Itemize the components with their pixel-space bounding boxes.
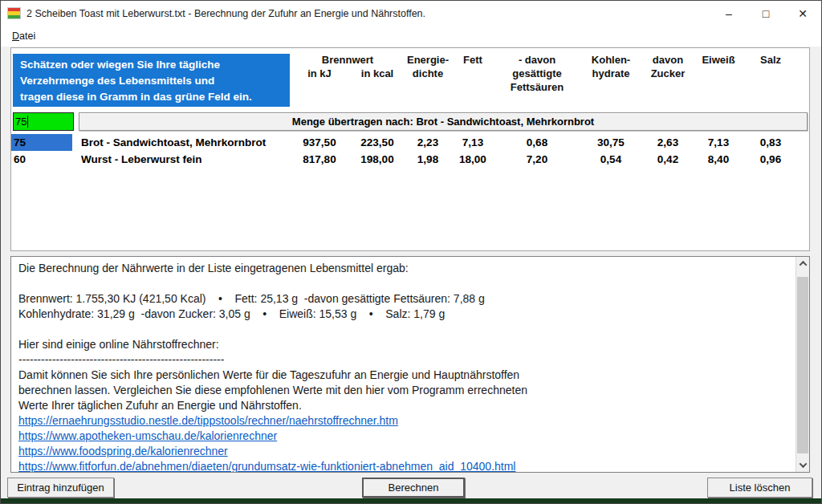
menu-bar: Datei <box>1 26 821 47</box>
text-caret <box>27 116 28 128</box>
header-fett: Fett <box>450 51 495 107</box>
transfer-target-bar: Menge übertragen nach: Brot - Sandwichto… <box>79 112 808 131</box>
title-bar: 2 Scheiben Toast mit Leberwurst.txt - Be… <box>1 1 821 26</box>
row-zucker: 0,42 <box>643 153 693 165</box>
row-eiweiss: 7,13 <box>693 136 744 148</box>
results-calculators-heading: Hier sind einige online Nährstoffrechner… <box>18 337 796 352</box>
row-gesaettigte: 0,68 <box>495 136 579 148</box>
icon-stripe-green <box>8 15 20 18</box>
table-row[interactable]: 75 Brot - Sandwichtoast, Mehrkornbrot 93… <box>11 134 809 151</box>
results-paragraph-2: berechnen lassen. Vergleichen Sie diese … <box>18 383 796 398</box>
results-energy-fat: Brennwert: 1.755,30 KJ (421,50 Kcal) • F… <box>18 291 796 307</box>
row-kcal: 198,00 <box>349 153 405 165</box>
food-table-panel: Schätzen oder wiegen Sie Ihre tägliche V… <box>10 47 810 251</box>
results-divider: ----------------------------------------… <box>18 352 796 368</box>
row-zucker: 2,63 <box>643 136 693 148</box>
chevron-down-icon <box>799 460 807 468</box>
bottom-edge-strip <box>1 498 821 503</box>
link-nestle-naehrstoffrechner[interactable]: https://ernaehrungsstudio.nestle.de/tipp… <box>18 413 796 429</box>
chevron-up-icon <box>799 261 807 269</box>
header-energiedichte: Energie- dichte <box>405 51 450 107</box>
row-energiedichte: 1,98 <box>405 153 450 165</box>
row-kcal: 223,50 <box>349 136 405 148</box>
row-kj: 817,80 <box>290 153 349 165</box>
results-text: Die Berechnung der Nährwerte in der List… <box>11 257 796 472</box>
table-row[interactable]: 60 Wurst - Leberwurst fein 817,80 198,00… <box>11 151 809 168</box>
close-button[interactable]: ✕ <box>784 1 821 26</box>
app-window: 2 Scheiben Toast mit Leberwurst.txt - Be… <box>0 0 822 504</box>
row-kohlenhydrate: 0,54 <box>579 153 643 165</box>
window-chrome: 2 Scheiben Toast mit Leberwurst.txt - Be… <box>1 1 821 47</box>
header-davon-zucker: davon Zucker <box>643 51 693 107</box>
row-fett: 7,13 <box>450 136 495 148</box>
row-salz: 0,83 <box>744 136 797 148</box>
window-title: 2 Scheiben Toast mit Leberwurst.txt - Be… <box>26 8 425 19</box>
scrollbar-thumb[interactable] <box>797 277 808 453</box>
link-foodspring[interactable]: https://www.foodspring.de/kalorienrechne… <box>18 444 796 459</box>
row-amount-cell[interactable]: 75 <box>11 134 72 151</box>
results-textbox[interactable]: Die Berechnung der Nährwerte in der List… <box>10 256 810 473</box>
results-summary-intro: Die Berechnung der Nährwerte in der List… <box>18 261 796 276</box>
window-controls: – □ ✕ <box>710 1 821 26</box>
amount-input[interactable]: 75 <box>13 112 74 131</box>
link-fitforfun[interactable]: https://www.fitforfun.de/abnehmen/diaete… <box>18 459 796 472</box>
header-kohlenhydrate: Kohlen- hydrate <box>579 51 643 107</box>
row-kj: 937,50 <box>290 136 349 148</box>
menu-item-datei[interactable]: Datei <box>8 28 39 44</box>
row-salz: 0,96 <box>744 153 797 165</box>
header-brennwert: Brennwert in kJ in kcal <box>290 51 405 107</box>
header-salz: Salz <box>744 51 797 107</box>
row-food-name: Wurst - Leberwurst fein <box>72 153 290 165</box>
app-icon <box>7 7 21 19</box>
row-food-name: Brot - Sandwichtoast, Mehrkornbrot <box>72 136 290 148</box>
maximize-button[interactable]: □ <box>747 1 784 26</box>
results-carbs-protein-salt: Kohlenhydrate: 31,29 g -davon Zucker: 3,… <box>18 307 796 322</box>
results-paragraph-3: Werte Ihrer täglichen Zufuhr an Energie … <box>18 398 796 413</box>
row-eiweiss: 8,40 <box>693 153 744 165</box>
instruction-line-3: tragen diese in Gramm in das grüne Feld … <box>20 89 290 105</box>
link-apotheken-umschau[interactable]: https://www.apotheken-umschau.de/kalorie… <box>18 429 796 444</box>
header-gesaettigte-fettsaeuren: - davon gesättigte Fettsäuren <box>495 51 579 107</box>
header-in-kcal: in kcal <box>349 67 405 80</box>
instruction-line-1: Schätzen oder wiegen Sie Ihre tägliche <box>20 57 290 73</box>
row-fett: 18,00 <box>450 153 495 165</box>
row-gesaettigte: 7,20 <box>495 153 579 165</box>
instruction-line-2: Verzehrmenge des Lebensmittels und <box>20 73 290 89</box>
header-eiweiss: Eiweiß <box>693 51 744 107</box>
table-header-row: Schätzen oder wiegen Sie Ihre tägliche V… <box>11 48 809 107</box>
scroll-down-button[interactable] <box>796 458 809 472</box>
food-list: 75 Brot - Sandwichtoast, Mehrkornbrot 93… <box>11 134 809 168</box>
amount-entry-row: 75 Menge übertragen nach: Brot - Sandwic… <box>11 112 809 131</box>
row-kohlenhydrate: 30,75 <box>579 136 643 148</box>
header-in-kj: in kJ <box>290 67 349 80</box>
clear-list-button[interactable]: Liste löschen <box>707 478 812 498</box>
row-energiedichte: 2,23 <box>405 136 450 148</box>
minimize-button[interactable]: – <box>710 1 747 26</box>
instruction-box: Schätzen oder wiegen Sie Ihre tägliche V… <box>13 54 290 107</box>
add-entry-button[interactable]: Eintrag hinzufügen <box>7 478 114 498</box>
vertical-scrollbar[interactable] <box>796 257 809 472</box>
results-paragraph-1: Damit können Sie sich Ihre persönlichen … <box>18 368 796 383</box>
calculate-button[interactable]: Berechnen <box>362 478 465 498</box>
row-amount-cell[interactable]: 60 <box>11 151 72 168</box>
scroll-up-button[interactable] <box>796 257 809 270</box>
